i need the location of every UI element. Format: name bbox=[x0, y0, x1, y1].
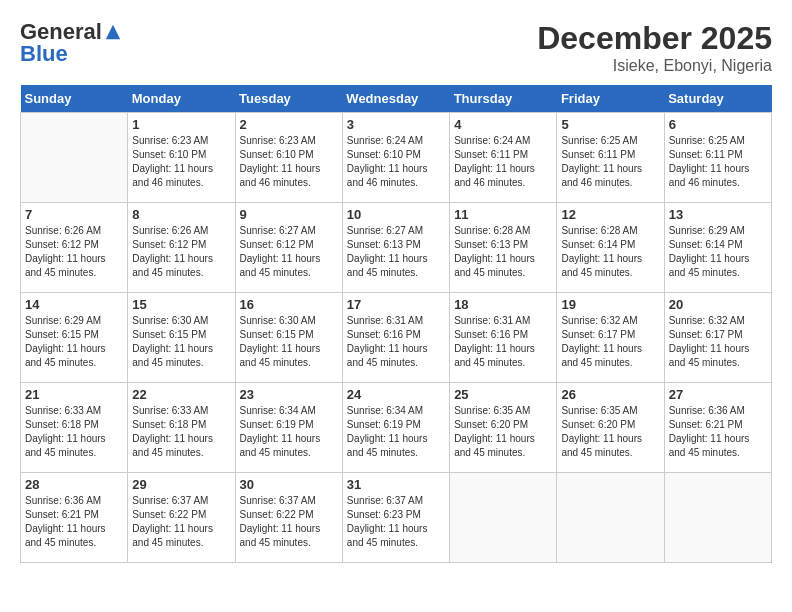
cell-sunset: Sunset: 6:11 PM bbox=[669, 148, 767, 162]
cell-daylight: Daylight: 11 hours and 45 minutes. bbox=[25, 252, 123, 280]
table-row: 18 Sunrise: 6:31 AM Sunset: 6:16 PM Dayl… bbox=[450, 293, 557, 383]
cell-sunset: Sunset: 6:20 PM bbox=[454, 418, 552, 432]
cell-sunrise: Sunrise: 6:29 AM bbox=[25, 314, 123, 328]
cell-date: 15 bbox=[132, 297, 230, 312]
cell-sunrise: Sunrise: 6:33 AM bbox=[25, 404, 123, 418]
cell-sunrise: Sunrise: 6:24 AM bbox=[347, 134, 445, 148]
cell-date: 24 bbox=[347, 387, 445, 402]
table-row bbox=[450, 473, 557, 563]
cell-sunset: Sunset: 6:11 PM bbox=[561, 148, 659, 162]
table-row: 22 Sunrise: 6:33 AM Sunset: 6:18 PM Dayl… bbox=[128, 383, 235, 473]
logo-icon bbox=[104, 23, 122, 41]
table-row: 2 Sunrise: 6:23 AM Sunset: 6:10 PM Dayli… bbox=[235, 113, 342, 203]
cell-sunset: Sunset: 6:16 PM bbox=[347, 328, 445, 342]
cell-sunset: Sunset: 6:15 PM bbox=[240, 328, 338, 342]
cell-sunrise: Sunrise: 6:32 AM bbox=[669, 314, 767, 328]
table-row: 12 Sunrise: 6:28 AM Sunset: 6:14 PM Dayl… bbox=[557, 203, 664, 293]
cell-date: 16 bbox=[240, 297, 338, 312]
cell-sunrise: Sunrise: 6:26 AM bbox=[132, 224, 230, 238]
cell-daylight: Daylight: 11 hours and 46 minutes. bbox=[561, 162, 659, 190]
cell-sunset: Sunset: 6:12 PM bbox=[25, 238, 123, 252]
table-row: 17 Sunrise: 6:31 AM Sunset: 6:16 PM Dayl… bbox=[342, 293, 449, 383]
cell-date: 4 bbox=[454, 117, 552, 132]
calendar-table: Sunday Monday Tuesday Wednesday Thursday… bbox=[20, 85, 772, 563]
cell-sunset: Sunset: 6:18 PM bbox=[132, 418, 230, 432]
col-saturday: Saturday bbox=[664, 85, 771, 113]
cell-date: 3 bbox=[347, 117, 445, 132]
page-subtitle: Isieke, Ebonyi, Nigeria bbox=[537, 57, 772, 75]
week-row-1: 7 Sunrise: 6:26 AM Sunset: 6:12 PM Dayli… bbox=[21, 203, 772, 293]
col-monday: Monday bbox=[128, 85, 235, 113]
cell-daylight: Daylight: 11 hours and 45 minutes. bbox=[347, 432, 445, 460]
table-row: 6 Sunrise: 6:25 AM Sunset: 6:11 PM Dayli… bbox=[664, 113, 771, 203]
cell-daylight: Daylight: 11 hours and 46 minutes. bbox=[347, 162, 445, 190]
cell-daylight: Daylight: 11 hours and 45 minutes. bbox=[240, 522, 338, 550]
cell-sunset: Sunset: 6:19 PM bbox=[347, 418, 445, 432]
cell-date: 13 bbox=[669, 207, 767, 222]
cell-sunrise: Sunrise: 6:35 AM bbox=[561, 404, 659, 418]
title-block: December 2025 Isieke, Ebonyi, Nigeria bbox=[537, 20, 772, 75]
cell-daylight: Daylight: 11 hours and 45 minutes. bbox=[25, 522, 123, 550]
cell-date: 25 bbox=[454, 387, 552, 402]
cell-daylight: Daylight: 11 hours and 45 minutes. bbox=[25, 432, 123, 460]
cell-date: 28 bbox=[25, 477, 123, 492]
cell-sunrise: Sunrise: 6:27 AM bbox=[240, 224, 338, 238]
cell-daylight: Daylight: 11 hours and 45 minutes. bbox=[132, 432, 230, 460]
cell-sunrise: Sunrise: 6:36 AM bbox=[25, 494, 123, 508]
week-row-2: 14 Sunrise: 6:29 AM Sunset: 6:15 PM Dayl… bbox=[21, 293, 772, 383]
cell-sunrise: Sunrise: 6:30 AM bbox=[240, 314, 338, 328]
cell-daylight: Daylight: 11 hours and 45 minutes. bbox=[347, 252, 445, 280]
cell-daylight: Daylight: 11 hours and 45 minutes. bbox=[240, 432, 338, 460]
cell-daylight: Daylight: 11 hours and 45 minutes. bbox=[240, 252, 338, 280]
cell-daylight: Daylight: 11 hours and 45 minutes. bbox=[561, 252, 659, 280]
cell-date: 1 bbox=[132, 117, 230, 132]
cell-date: 19 bbox=[561, 297, 659, 312]
logo-blue: Blue bbox=[20, 42, 122, 66]
cell-daylight: Daylight: 11 hours and 45 minutes. bbox=[454, 252, 552, 280]
cell-date: 14 bbox=[25, 297, 123, 312]
cell-sunrise: Sunrise: 6:27 AM bbox=[347, 224, 445, 238]
table-row bbox=[557, 473, 664, 563]
col-wednesday: Wednesday bbox=[342, 85, 449, 113]
table-row bbox=[21, 113, 128, 203]
cell-daylight: Daylight: 11 hours and 45 minutes. bbox=[669, 432, 767, 460]
cell-sunrise: Sunrise: 6:26 AM bbox=[25, 224, 123, 238]
cell-sunrise: Sunrise: 6:34 AM bbox=[240, 404, 338, 418]
cell-sunset: Sunset: 6:10 PM bbox=[240, 148, 338, 162]
cell-date: 8 bbox=[132, 207, 230, 222]
cell-date: 23 bbox=[240, 387, 338, 402]
cell-sunset: Sunset: 6:13 PM bbox=[454, 238, 552, 252]
cell-sunset: Sunset: 6:22 PM bbox=[240, 508, 338, 522]
table-row: 3 Sunrise: 6:24 AM Sunset: 6:10 PM Dayli… bbox=[342, 113, 449, 203]
cell-sunset: Sunset: 6:18 PM bbox=[25, 418, 123, 432]
cell-daylight: Daylight: 11 hours and 45 minutes. bbox=[669, 342, 767, 370]
table-row: 9 Sunrise: 6:27 AM Sunset: 6:12 PM Dayli… bbox=[235, 203, 342, 293]
cell-date: 20 bbox=[669, 297, 767, 312]
table-row: 24 Sunrise: 6:34 AM Sunset: 6:19 PM Dayl… bbox=[342, 383, 449, 473]
cell-date: 26 bbox=[561, 387, 659, 402]
cell-sunrise: Sunrise: 6:37 AM bbox=[347, 494, 445, 508]
cell-date: 27 bbox=[669, 387, 767, 402]
cell-sunrise: Sunrise: 6:23 AM bbox=[240, 134, 338, 148]
cell-sunrise: Sunrise: 6:24 AM bbox=[454, 134, 552, 148]
cell-sunrise: Sunrise: 6:32 AM bbox=[561, 314, 659, 328]
cell-daylight: Daylight: 11 hours and 45 minutes. bbox=[347, 342, 445, 370]
cell-date: 17 bbox=[347, 297, 445, 312]
table-row: 30 Sunrise: 6:37 AM Sunset: 6:22 PM Dayl… bbox=[235, 473, 342, 563]
col-friday: Friday bbox=[557, 85, 664, 113]
cell-daylight: Daylight: 11 hours and 46 minutes. bbox=[669, 162, 767, 190]
table-row: 11 Sunrise: 6:28 AM Sunset: 6:13 PM Dayl… bbox=[450, 203, 557, 293]
cell-sunset: Sunset: 6:10 PM bbox=[132, 148, 230, 162]
cell-date: 2 bbox=[240, 117, 338, 132]
table-row: 4 Sunrise: 6:24 AM Sunset: 6:11 PM Dayli… bbox=[450, 113, 557, 203]
cell-date: 22 bbox=[132, 387, 230, 402]
table-row: 29 Sunrise: 6:37 AM Sunset: 6:22 PM Dayl… bbox=[128, 473, 235, 563]
cell-sunset: Sunset: 6:19 PM bbox=[240, 418, 338, 432]
cell-date: 9 bbox=[240, 207, 338, 222]
cell-sunset: Sunset: 6:22 PM bbox=[132, 508, 230, 522]
cell-sunset: Sunset: 6:10 PM bbox=[347, 148, 445, 162]
col-tuesday: Tuesday bbox=[235, 85, 342, 113]
table-row: 7 Sunrise: 6:26 AM Sunset: 6:12 PM Dayli… bbox=[21, 203, 128, 293]
cell-sunset: Sunset: 6:11 PM bbox=[454, 148, 552, 162]
cell-sunrise: Sunrise: 6:31 AM bbox=[454, 314, 552, 328]
